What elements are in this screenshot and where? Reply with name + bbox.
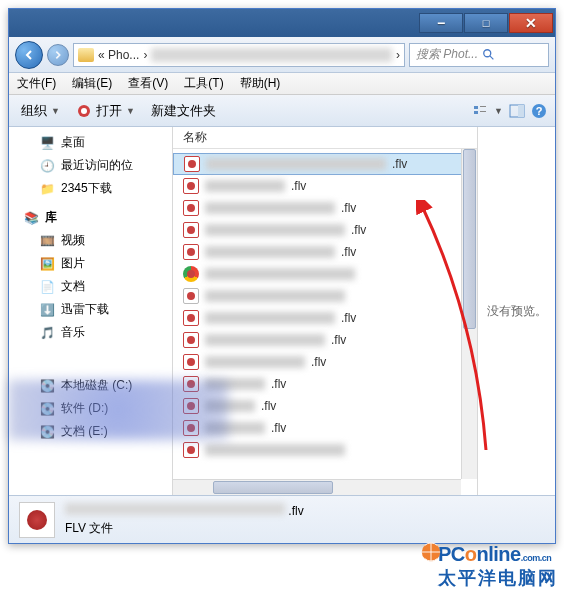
file-row[interactable]: .flv [173,241,477,263]
status-name-blurred [65,503,285,515]
file-name-blurred [205,334,325,346]
svg-point-3 [81,108,87,114]
sidebar-label: 最近访问的位 [61,157,133,174]
file-ext: .flv [341,201,356,215]
open-label: 打开 [96,102,122,120]
file-row[interactable] [173,285,477,307]
file-row[interactable] [173,439,477,461]
file-icon [183,178,199,194]
menu-edit[interactable]: 编辑(E) [64,75,120,92]
sidebar-label: 迅雷下载 [61,301,109,318]
sidebar-videos[interactable]: 🎞️视频 [9,229,172,252]
file-ext: .flv [271,377,286,391]
overlay-blur [8,380,228,440]
file-row[interactable]: .flv [173,197,477,219]
breadcrumb-sep: › [396,48,400,62]
file-ext: .flv [261,399,276,413]
file-row[interactable]: .flv [173,153,477,175]
menu-help[interactable]: 帮助(H) [232,75,289,92]
address-bar[interactable]: « Pho... › › [73,43,405,67]
svg-rect-6 [474,111,478,114]
watermark-suffix: .com.cn [521,553,552,563]
sidebar-label: 文档 [61,278,85,295]
back-button[interactable] [15,41,43,69]
menu-tools[interactable]: 工具(T) [176,75,231,92]
file-row[interactable]: .flv [173,219,477,241]
horizontal-scrollbar[interactable] [173,479,461,495]
file-ext: .flv [331,333,346,347]
folder-icon [78,48,94,62]
menu-view[interactable]: 查看(V) [120,75,176,92]
file-icon [183,442,199,458]
file-row[interactable]: .flv [173,351,477,373]
status-ext: .flv [288,504,303,518]
file-ext: .flv [341,311,356,325]
file-name-blurred [205,202,335,214]
sidebar-desktop[interactable]: 🖥️桌面 [9,131,172,154]
preview-text: 没有预览。 [487,303,547,320]
nav-bar: « Pho... › › 搜索 Phot... [9,37,555,73]
file-row[interactable]: .flv [173,175,477,197]
menu-file[interactable]: 文件(F) [9,75,64,92]
close-button[interactable]: ✕ [509,13,553,33]
file-icon [184,156,200,172]
scroll-thumb[interactable] [463,149,476,329]
sidebar-libraries[interactable]: 📚库 [9,206,172,229]
file-name-blurred [205,224,345,236]
sidebar-documents[interactable]: 📄文档 [9,275,172,298]
status-info: .flv FLV 文件 [65,503,304,537]
file-ext: .flv [341,245,356,259]
file-name-blurred [205,312,335,324]
file-ext: .flv [291,179,306,193]
file-row[interactable]: .flv [173,329,477,351]
toolbar: 组织 ▼ 打开 ▼ 新建文件夹 ▼ ? [9,95,555,127]
sidebar-label: 图片 [61,255,85,272]
sidebar-downloads[interactable]: 📁2345下载 [9,177,172,200]
help-icon[interactable]: ? [531,103,547,119]
breadcrumb-text: « Pho... [98,48,139,62]
file-row[interactable] [173,263,477,285]
status-bar: .flv FLV 文件 [9,495,555,543]
sidebar-pictures[interactable]: 🖼️图片 [9,252,172,275]
file-name-blurred [205,290,345,302]
file-icon [183,244,199,260]
explorer-window: − □ ✕ « Pho... › › 搜索 Phot... 文件(F) 编辑(E… [8,8,556,544]
sidebar-label: 2345下载 [61,180,112,197]
file-icon [183,200,199,216]
watermark-cn: 太平洋电脑网 [438,566,558,590]
search-box[interactable]: 搜索 Phot... [409,43,549,67]
organize-button[interactable]: 组织 ▼ [17,100,64,122]
maximize-button[interactable]: □ [464,13,508,33]
sidebar-music[interactable]: 🎵音乐 [9,321,172,344]
sidebar-xunlei[interactable]: ⬇️迅雷下载 [9,298,172,321]
sidebar-label: 桌面 [61,134,85,151]
file-row[interactable]: .flv [173,307,477,329]
file-icon [183,266,199,282]
dropdown-icon: ▼ [494,106,503,116]
titlebar[interactable]: − □ ✕ [9,9,555,37]
watermark: PConline.com.cn 太平洋电脑网 [438,543,558,590]
newfolder-button[interactable]: 新建文件夹 [147,100,220,122]
dropdown-icon: ▼ [51,106,60,116]
view-options-icon[interactable] [472,103,488,119]
column-header-name[interactable]: 名称 [173,127,477,149]
open-icon [76,103,92,119]
file-name-blurred [206,158,386,170]
preview-pane-icon[interactable] [509,103,525,119]
file-name-blurred [205,356,305,368]
file-icon [183,222,199,238]
minimize-button[interactable]: − [419,13,463,33]
forward-button[interactable] [47,44,69,66]
svg-point-0 [484,49,491,56]
open-button[interactable]: 打开 ▼ [72,100,139,122]
breadcrumb-blurred [151,48,392,62]
arrow-right-icon [53,50,63,60]
sidebar-recent[interactable]: 🕘最近访问的位 [9,154,172,177]
file-ext: .flv [351,223,366,237]
file-ext: .flv [271,421,286,435]
file-icon [183,288,199,304]
file-name-blurred [205,268,355,280]
vertical-scrollbar[interactable] [461,149,477,479]
arrow-left-icon [23,49,35,61]
scroll-thumb[interactable] [213,481,333,494]
